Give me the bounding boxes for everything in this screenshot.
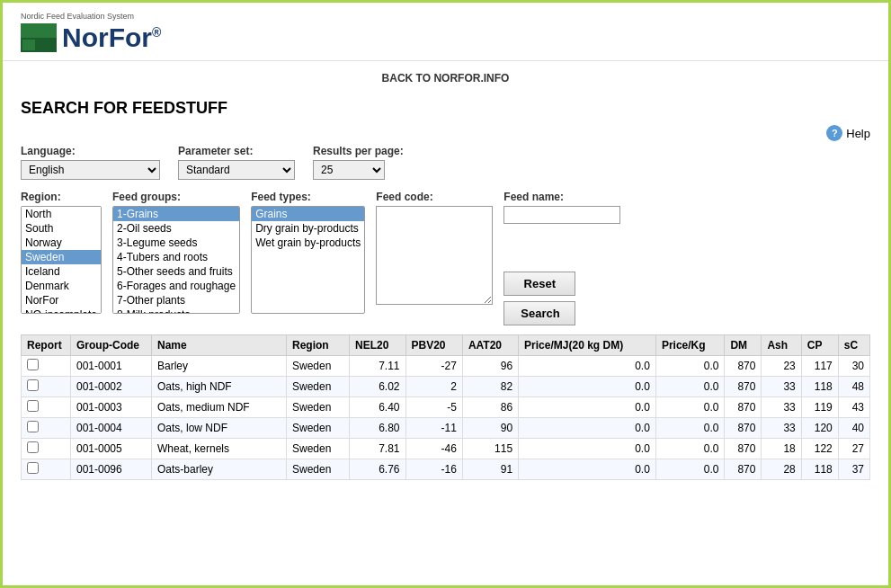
cell-pbv20: -16: [405, 459, 462, 480]
cell-sc: 27: [838, 439, 869, 459]
help-icon[interactable]: ?: [826, 125, 842, 141]
cell-pricekg: 0.0: [655, 459, 725, 480]
feedtypes-group: Feed types: Grains Dry grain by-products…: [251, 191, 365, 314]
cell-cp: 120: [801, 418, 838, 439]
cell-groupcode: 001-0005: [71, 439, 152, 459]
results-select[interactable]: 10 25 50 100: [313, 160, 385, 180]
report-checkbox[interactable]: [27, 400, 39, 412]
report-checkbox[interactable]: [27, 359, 39, 370]
lists-row: Region: North South Norway Sweden Icelan…: [21, 191, 870, 327]
table-row: 001-0002 Oats, high NDF Sweden 6.02 2 82…: [22, 377, 870, 397]
param-label: Parameter set:: [178, 145, 295, 157]
cell-report: [22, 418, 71, 439]
table-row: 001-0003 Oats, medium NDF Sweden 6.40 -5…: [22, 397, 870, 418]
report-checkbox[interactable]: [27, 462, 39, 474]
logo-icon: NorFor®: [21, 22, 161, 53]
cell-region: Sweden: [287, 377, 350, 397]
table-row: 001-0005 Wheat, kernels Sweden 7.81 -46 …: [22, 439, 870, 459]
col-header-pricemj: Price/MJ(20 kg DM): [519, 335, 656, 356]
cell-ash: 33: [762, 397, 801, 418]
cell-ash: 23: [762, 356, 801, 377]
cell-report: [22, 377, 71, 397]
cell-pricemj: 0.0: [519, 439, 656, 459]
norfor-logo-icon: [21, 23, 57, 52]
col-header-cp: CP: [801, 335, 838, 356]
cell-pricekg: 0.0: [655, 377, 725, 397]
col-header-name: Name: [152, 335, 287, 356]
col-header-report: Report: [22, 335, 71, 356]
reset-button[interactable]: Reset: [503, 272, 575, 296]
cell-pricekg: 0.0: [655, 418, 725, 439]
cell-pricekg: 0.0: [655, 356, 725, 377]
cell-region: Sweden: [287, 356, 350, 377]
report-checkbox[interactable]: [27, 441, 39, 453]
report-checkbox[interactable]: [27, 379, 39, 391]
language-select[interactable]: English Norwegian Swedish Danish Finnish…: [21, 160, 160, 180]
cell-sc: 43: [838, 397, 869, 418]
report-checkbox[interactable]: [27, 421, 39, 432]
results-label: Results per page:: [313, 145, 404, 157]
help-row: ? Help: [3, 125, 888, 145]
back-link[interactable]: BACK TO NORFOR.INFO: [382, 72, 510, 85]
cell-pbv20: -5: [405, 397, 462, 418]
feedcode-label: Feed code:: [376, 191, 493, 203]
cell-nel20: 6.80: [350, 418, 406, 439]
cell-groupcode: 001-0002: [71, 377, 152, 397]
main-content: Language: English Norwegian Swedish Dani…: [3, 145, 888, 489]
cell-dm: 870: [725, 418, 762, 439]
feedgroups-select[interactable]: 1-Grains 2-Oil seeds 3-Legume seeds 4-Tu…: [112, 206, 240, 314]
cell-aat20: 86: [462, 397, 518, 418]
col-header-groupcode: Group-Code: [71, 335, 152, 356]
cell-ash: 28: [762, 459, 801, 480]
results-group: Results per page: 10 25 50 100: [313, 145, 404, 180]
cell-pricemj: 0.0: [519, 377, 656, 397]
cell-cp: 117: [801, 356, 838, 377]
filter-row: Language: English Norwegian Swedish Dani…: [21, 145, 870, 180]
cell-report: [22, 439, 71, 459]
cell-pbv20: 2: [405, 377, 462, 397]
cell-name: Oats, medium NDF: [152, 397, 287, 418]
cell-pbv20: -46: [405, 439, 462, 459]
table-row: 001-0001 Barley Sweden 7.11 -27 96 0.0 0…: [22, 356, 870, 377]
col-header-dm: DM: [725, 335, 762, 356]
cell-cp: 122: [801, 439, 838, 459]
table-row: 001-0096 Oats-barley Sweden 6.76 -16 91 …: [22, 459, 870, 480]
cell-pricekg: 0.0: [655, 397, 725, 418]
region-select[interactable]: North South Norway Sweden Iceland Denmar…: [21, 206, 102, 314]
cell-pbv20: -11: [405, 418, 462, 439]
cell-name: Oats, high NDF: [152, 377, 287, 397]
cell-ash: 33: [762, 418, 801, 439]
cell-aat20: 96: [462, 356, 518, 377]
table-header: Report Group-Code Name Region NEL20 PBV2…: [22, 335, 870, 356]
cell-groupcode: 001-0004: [71, 418, 152, 439]
cell-groupcode: 001-0001: [71, 356, 152, 377]
feedname-group: Feed name: Reset Search: [503, 191, 620, 327]
cell-pricekg: 0.0: [655, 439, 725, 459]
help-label[interactable]: Help: [846, 127, 870, 140]
cell-name: Oats, low NDF: [152, 418, 287, 439]
feedtypes-label: Feed types:: [251, 191, 365, 203]
cell-region: Sweden: [287, 439, 350, 459]
cell-groupcode: 001-0003: [71, 397, 152, 418]
feedtypes-select[interactable]: Grains Dry grain by-products Wet grain b…: [251, 206, 365, 314]
cell-region: Sweden: [287, 418, 350, 439]
feedcode-input[interactable]: [376, 206, 493, 305]
feedgroups-group: Feed groups: 1-Grains 2-Oil seeds 3-Legu…: [112, 191, 240, 314]
cell-aat20: 90: [462, 418, 518, 439]
language-group: Language: English Norwegian Swedish Dani…: [21, 145, 160, 180]
cell-region: Sweden: [287, 397, 350, 418]
search-button[interactable]: Search: [503, 301, 575, 325]
cell-dm: 870: [725, 356, 762, 377]
param-select[interactable]: Standard Extended: [178, 160, 295, 180]
results-table: Report Group-Code Name Region NEL20 PBV2…: [21, 334, 870, 480]
cell-ash: 18: [762, 439, 801, 459]
cell-cp: 118: [801, 377, 838, 397]
back-link-container: BACK TO NORFOR.INFO: [3, 61, 888, 92]
page-title: SEARCH FOR FEEDSTUFF: [3, 92, 888, 125]
action-buttons: Reset Search: [503, 272, 620, 327]
feedname-input[interactable]: [503, 206, 620, 224]
cell-report: [22, 459, 71, 480]
cell-dm: 870: [725, 397, 762, 418]
cell-nel20: 6.40: [350, 397, 406, 418]
col-header-pricekg: Price/Kg: [655, 335, 725, 356]
